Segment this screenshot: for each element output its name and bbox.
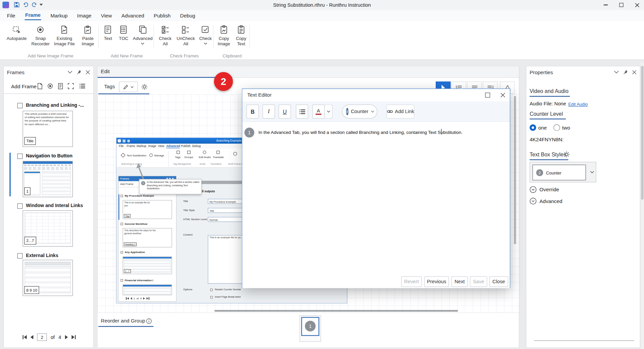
frame-item-title[interactable]: Navigation to Button (26, 153, 72, 158)
counter-style-dropdown[interactable]: # Counter (342, 105, 377, 119)
existing-image-file-button[interactable]: Existing Image File (53, 23, 76, 46)
maximize-button[interactable] (614, 0, 629, 10)
snap-recorder-button[interactable]: Snap Recorder (30, 23, 51, 46)
frame-checkbox[interactable] (17, 154, 23, 159)
menu-item-view[interactable]: View (101, 12, 112, 18)
override-section-toggle[interactable]: Override (530, 186, 559, 193)
frame-thumbnail[interactable]: This article provides a brief overview o… (22, 111, 73, 147)
dialog-title-bar[interactable]: Text Editor (243, 89, 510, 101)
frame-list-icon[interactable] (79, 83, 86, 90)
close-button[interactable]: Close (489, 276, 508, 287)
edit-audio-link[interactable]: Edit Audio (568, 102, 588, 107)
menu-item-markup[interactable]: Markup (51, 12, 68, 18)
toc-frame-button[interactable]: TOC (117, 23, 130, 45)
minimize-button[interactable] (599, 0, 613, 10)
autopaste-button[interactable]: Autopaste (5, 23, 29, 46)
bold-button[interactable]: B (247, 105, 259, 119)
frame-item-title[interactable]: External Links (26, 253, 58, 258)
copy-text-button[interactable]: Copy Text (233, 23, 249, 46)
last-page-icon[interactable] (71, 335, 75, 339)
radio-two-label[interactable]: two (562, 125, 570, 131)
dialog-close-icon[interactable] (500, 93, 505, 98)
close-panel-icon[interactable] (632, 70, 636, 74)
frame-list-item-selected[interactable]: Navigation to Button 1 (4, 151, 93, 199)
add-text-frame-icon[interactable] (57, 83, 64, 90)
uncheck-all-button[interactable]: UnCheck All (175, 23, 196, 46)
add-link-button[interactable]: Add Link (386, 105, 414, 119)
nested-tooltip-number-badge: 1 (141, 181, 145, 185)
frame-thumbnail[interactable]: 2...7 (22, 210, 73, 247)
tags-settings-gear-icon[interactable] (141, 84, 148, 90)
text-box-style-selected-item[interactable]: 2 Counter (532, 165, 586, 181)
text-frame-button[interactable]: Text (101, 23, 115, 45)
menu-item-advanced[interactable]: Advanced (121, 12, 144, 18)
text-box-styles-gear-icon[interactable] (563, 151, 570, 158)
menu-item-frame[interactable]: Frame (25, 11, 41, 20)
nested-pagination: 1 of 9 (126, 296, 171, 300)
dialog-content-area[interactable]: 1 In the Advanced Tab, you will find a s… (243, 122, 510, 273)
radio-two[interactable] (553, 124, 560, 131)
add-snap-frame-icon[interactable] (47, 83, 54, 90)
menu-item-file[interactable]: File (7, 12, 15, 18)
save-button[interactable]: Save (470, 276, 487, 287)
crop-frame-icon[interactable] (67, 83, 74, 90)
reorder-and-group-label[interactable]: Reorder and Group (101, 318, 145, 323)
next-page-icon[interactable] (65, 335, 68, 339)
tag-style-dropdown[interactable] (119, 82, 138, 92)
paste-image-button[interactable]: Paste Image (78, 23, 98, 46)
underline-button[interactable]: U (279, 105, 291, 119)
autopaste-icon (12, 25, 21, 35)
pin-icon[interactable] (76, 69, 82, 74)
frame-item-title[interactable]: Branching and Linking -... (26, 102, 84, 107)
film-strip-thumbnail-selected[interactable]: 1 (301, 317, 319, 336)
frame-list-item[interactable]: Branching and Linking -... This article … (4, 101, 93, 149)
menu-item-debug[interactable]: Debug (180, 12, 195, 18)
ribbon-group-clipboard: Copy Image Copy Text Clipboard (215, 21, 249, 60)
frame-checkbox[interactable] (17, 203, 23, 209)
italic-button[interactable]: I (263, 105, 275, 119)
frame-thumbnail[interactable]: 8 9 10 (22, 260, 73, 296)
font-color-chevron-button[interactable] (325, 105, 332, 119)
window-scrollbar-track[interactable] (641, 62, 644, 349)
page-number-input[interactable]: 2 (37, 334, 47, 341)
menu-item-image[interactable]: Image (77, 12, 92, 18)
dialog-maximize-icon[interactable] (485, 93, 490, 98)
close-panel-icon[interactable] (86, 70, 90, 74)
frame-checkbox[interactable] (17, 253, 23, 258)
line-number-badge: 1 (245, 128, 254, 137)
collapse-chevron-icon[interactable] (67, 70, 72, 74)
font-color-button[interactable]: A (312, 105, 325, 119)
frame-item-title[interactable]: Window and Interal Links (26, 203, 83, 208)
previous-page-icon[interactable] (31, 335, 34, 339)
collapse-chevron-icon[interactable] (614, 70, 619, 74)
revert-button[interactable]: Revert (401, 276, 422, 287)
text-box-style-dropdown[interactable]: 2 Counter (530, 162, 596, 182)
radio-one[interactable] (530, 124, 536, 131)
advanced-frame-button[interactable]: Advanced (132, 23, 153, 45)
first-page-icon[interactable] (22, 335, 26, 339)
add-image-frame-icon[interactable] (37, 83, 43, 90)
frame-checkbox[interactable] (17, 103, 23, 108)
film-strip-thumbnail-outer[interactable]: 1 (300, 315, 321, 342)
window-scrollbar-thumb[interactable] (641, 66, 643, 200)
copy-image-button[interactable]: Copy Image (216, 23, 232, 46)
canvas-vertical-scrollbar[interactable] (514, 96, 516, 244)
advanced-section-toggle[interactable]: Advanced (530, 198, 562, 205)
radio-one-label[interactable]: one (538, 125, 547, 131)
frame-list-item[interactable]: Window and Interal Links 2...7 (4, 200, 93, 248)
close-button[interactable] (630, 0, 644, 10)
bullet-list-button[interactable] (296, 105, 308, 119)
frame-list-item[interactable]: External Links 8 9 10 (4, 250, 93, 298)
style-counter-badge: 2 (536, 169, 543, 176)
pin-icon[interactable] (623, 69, 628, 74)
check-button[interactable]: Check (198, 23, 213, 46)
dropdown-chevron-icon[interactable] (590, 171, 594, 174)
canvas-horizontal-scrollbar[interactable] (214, 310, 458, 312)
check-all-button[interactable]: Check All (157, 23, 173, 46)
frame-thumbnail[interactable]: 1 (22, 161, 73, 197)
previous-button[interactable]: Previous (424, 276, 449, 287)
editor-text[interactable]: In the Advanced Tab, you will find a sec… (258, 129, 505, 136)
next-button[interactable]: Next (451, 276, 468, 287)
menu-item-publish[interactable]: Publish (154, 12, 170, 18)
info-icon[interactable] (146, 318, 152, 324)
